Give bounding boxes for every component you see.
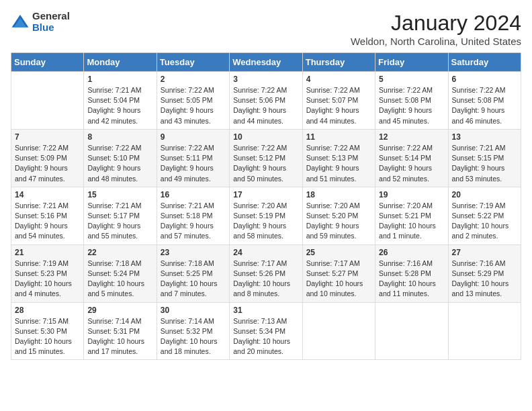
title-area: January 2024 Weldon, North Carolina, Uni…	[351, 11, 521, 47]
calendar-cell: 20Sunrise: 7:19 AMSunset: 5:22 PMDayligh…	[448, 187, 521, 244]
column-header-tuesday: Tuesday	[157, 53, 229, 72]
calendar-cell	[11, 72, 84, 130]
calendar-cell: 7Sunrise: 7:22 AMSunset: 5:09 PMDaylight…	[11, 129, 84, 187]
day-info: Sunrise: 7:20 AMSunset: 5:21 PMDaylight:…	[379, 201, 444, 242]
calendar-week-row: 28Sunrise: 7:15 AMSunset: 5:30 PMDayligh…	[11, 302, 521, 360]
column-header-monday: Monday	[84, 53, 157, 72]
day-number: 13	[452, 132, 517, 142]
day-number: 16	[161, 190, 226, 199]
day-info: Sunrise: 7:22 AMSunset: 5:12 PMDaylight:…	[233, 143, 298, 184]
calendar-cell: 28Sunrise: 7:15 AMSunset: 5:30 PMDayligh…	[11, 302, 84, 360]
day-number: 28	[15, 306, 80, 315]
day-number: 5	[379, 75, 444, 84]
logo-general-text: General	[32, 11, 70, 22]
day-info: Sunrise: 7:17 AMSunset: 5:26 PMDaylight:…	[233, 259, 298, 300]
calendar-cell	[302, 302, 375, 360]
calendar-cell: 1Sunrise: 7:21 AMSunset: 5:04 PMDaylight…	[84, 72, 157, 130]
day-number: 12	[379, 132, 444, 142]
day-number: 8	[87, 132, 152, 142]
column-header-friday: Friday	[375, 53, 448, 72]
day-info: Sunrise: 7:22 AMSunset: 5:08 PMDaylight:…	[379, 85, 444, 126]
day-info: Sunrise: 7:21 AMSunset: 5:16 PMDaylight:…	[15, 201, 80, 242]
day-number: 7	[15, 132, 80, 142]
day-number: 30	[161, 306, 226, 315]
day-number: 23	[161, 248, 226, 257]
calendar-cell: 26Sunrise: 7:16 AMSunset: 5:28 PMDayligh…	[375, 244, 448, 302]
logo: General Blue	[11, 11, 70, 33]
column-header-sunday: Sunday	[11, 53, 84, 72]
calendar-cell: 12Sunrise: 7:22 AMSunset: 5:14 PMDayligh…	[375, 129, 448, 187]
calendar-week-row: 7Sunrise: 7:22 AMSunset: 5:09 PMDaylight…	[11, 129, 521, 187]
day-number: 9	[161, 132, 226, 142]
day-info: Sunrise: 7:22 AMSunset: 5:09 PMDaylight:…	[15, 143, 80, 184]
day-info: Sunrise: 7:19 AMSunset: 5:22 PMDaylight:…	[452, 201, 517, 242]
calendar-cell: 31Sunrise: 7:13 AMSunset: 5:34 PMDayligh…	[230, 302, 302, 360]
calendar-week-row: 14Sunrise: 7:21 AMSunset: 5:16 PMDayligh…	[11, 187, 521, 244]
column-header-wednesday: Wednesday	[230, 53, 302, 72]
day-number: 18	[306, 190, 371, 199]
calendar-cell: 14Sunrise: 7:21 AMSunset: 5:16 PMDayligh…	[11, 187, 84, 244]
day-info: Sunrise: 7:20 AMSunset: 5:20 PMDaylight:…	[306, 201, 371, 242]
calendar-cell: 16Sunrise: 7:21 AMSunset: 5:18 PMDayligh…	[157, 187, 229, 244]
calendar-cell	[448, 302, 521, 360]
day-number: 25	[306, 248, 371, 257]
day-info: Sunrise: 7:14 AMSunset: 5:32 PMDaylight:…	[161, 316, 226, 357]
day-info: Sunrise: 7:17 AMSunset: 5:27 PMDaylight:…	[306, 259, 371, 300]
day-number: 31	[233, 306, 298, 315]
day-number: 22	[87, 248, 152, 257]
column-header-thursday: Thursday	[302, 53, 375, 72]
day-number: 20	[452, 190, 517, 199]
day-number: 24	[233, 248, 298, 257]
day-info: Sunrise: 7:22 AMSunset: 5:10 PMDaylight:…	[87, 143, 152, 184]
calendar-cell: 27Sunrise: 7:16 AMSunset: 5:29 PMDayligh…	[448, 244, 521, 302]
calendar-cell: 21Sunrise: 7:19 AMSunset: 5:23 PMDayligh…	[11, 244, 84, 302]
day-info: Sunrise: 7:21 AMSunset: 5:04 PMDaylight:…	[87, 85, 152, 126]
day-number: 19	[379, 190, 444, 199]
day-info: Sunrise: 7:22 AMSunset: 5:07 PMDaylight:…	[306, 85, 371, 126]
calendar-week-row: 1Sunrise: 7:21 AMSunset: 5:04 PMDaylight…	[11, 72, 521, 130]
day-number: 14	[15, 190, 80, 199]
day-info: Sunrise: 7:22 AMSunset: 5:08 PMDaylight:…	[452, 85, 517, 126]
calendar-cell: 4Sunrise: 7:22 AMSunset: 5:07 PMDaylight…	[302, 72, 375, 130]
calendar-cell: 6Sunrise: 7:22 AMSunset: 5:08 PMDaylight…	[448, 72, 521, 130]
day-info: Sunrise: 7:15 AMSunset: 5:30 PMDaylight:…	[15, 316, 80, 357]
day-info: Sunrise: 7:18 AMSunset: 5:25 PMDaylight:…	[161, 259, 226, 300]
calendar-cell: 22Sunrise: 7:18 AMSunset: 5:24 PMDayligh…	[84, 244, 157, 302]
day-number: 29	[87, 306, 152, 315]
calendar-cell: 18Sunrise: 7:20 AMSunset: 5:20 PMDayligh…	[302, 187, 375, 244]
day-number: 4	[306, 75, 371, 84]
calendar-cell: 23Sunrise: 7:18 AMSunset: 5:25 PMDayligh…	[157, 244, 229, 302]
day-number: 3	[233, 75, 298, 84]
calendar-cell: 15Sunrise: 7:21 AMSunset: 5:17 PMDayligh…	[84, 187, 157, 244]
location-title: Weldon, North Carolina, United States	[351, 36, 521, 47]
calendar-cell: 19Sunrise: 7:20 AMSunset: 5:21 PMDayligh…	[375, 187, 448, 244]
day-info: Sunrise: 7:21 AMSunset: 5:18 PMDaylight:…	[161, 201, 226, 242]
calendar-cell: 9Sunrise: 7:22 AMSunset: 5:11 PMDaylight…	[157, 129, 229, 187]
calendar-cell: 10Sunrise: 7:22 AMSunset: 5:12 PMDayligh…	[230, 129, 302, 187]
day-info: Sunrise: 7:22 AMSunset: 5:06 PMDaylight:…	[233, 85, 298, 126]
day-info: Sunrise: 7:13 AMSunset: 5:34 PMDaylight:…	[233, 316, 298, 357]
day-info: Sunrise: 7:22 AMSunset: 5:13 PMDaylight:…	[306, 143, 371, 184]
column-header-saturday: Saturday	[448, 53, 521, 72]
calendar-cell: 24Sunrise: 7:17 AMSunset: 5:26 PMDayligh…	[230, 244, 302, 302]
day-number: 15	[87, 190, 152, 199]
day-number: 6	[452, 75, 517, 84]
day-number: 2	[161, 75, 226, 84]
day-number: 21	[15, 248, 80, 257]
calendar-cell: 2Sunrise: 7:22 AMSunset: 5:05 PMDaylight…	[157, 72, 229, 130]
day-info: Sunrise: 7:22 AMSunset: 5:11 PMDaylight:…	[161, 143, 226, 184]
day-number: 1	[87, 75, 152, 84]
day-info: Sunrise: 7:14 AMSunset: 5:31 PMDaylight:…	[87, 316, 152, 357]
day-info: Sunrise: 7:16 AMSunset: 5:28 PMDaylight:…	[379, 259, 444, 300]
calendar-cell: 29Sunrise: 7:14 AMSunset: 5:31 PMDayligh…	[84, 302, 157, 360]
day-number: 27	[452, 248, 517, 257]
calendar-header-row: SundayMondayTuesdayWednesdayThursdayFrid…	[11, 53, 521, 72]
calendar-table: SundayMondayTuesdayWednesdayThursdayFrid…	[11, 52, 521, 360]
logo-blue-text: Blue	[32, 22, 70, 34]
calendar-cell: 17Sunrise: 7:20 AMSunset: 5:19 PMDayligh…	[230, 187, 302, 244]
day-info: Sunrise: 7:21 AMSunset: 5:17 PMDaylight:…	[87, 201, 152, 242]
day-info: Sunrise: 7:22 AMSunset: 5:05 PMDaylight:…	[161, 85, 226, 126]
calendar-cell	[375, 302, 448, 360]
calendar-cell: 13Sunrise: 7:21 AMSunset: 5:15 PMDayligh…	[448, 129, 521, 187]
calendar-cell: 8Sunrise: 7:22 AMSunset: 5:10 PMDaylight…	[84, 129, 157, 187]
